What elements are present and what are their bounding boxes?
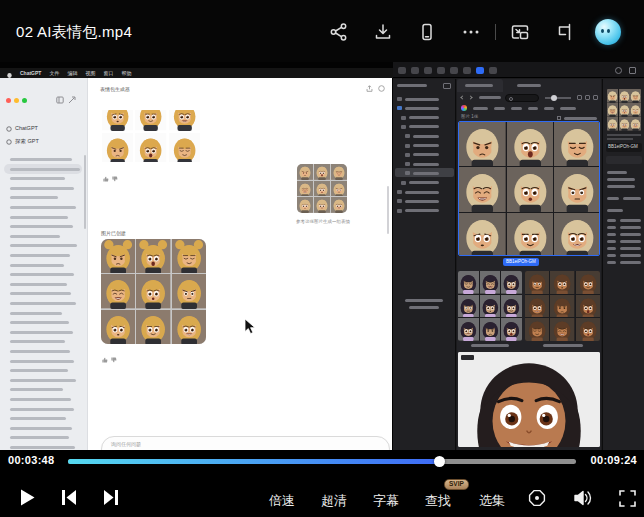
folder-icon xyxy=(397,106,402,110)
chat-scrollbar xyxy=(387,186,389,234)
face-cell xyxy=(507,167,554,211)
folder-icon xyxy=(405,144,410,148)
menu-item: 视图 xyxy=(85,71,95,76)
face-cell xyxy=(459,122,506,166)
assistant-image-result xyxy=(101,239,206,344)
face-cell xyxy=(458,295,479,318)
thumbnail-caption xyxy=(471,344,509,347)
fullscreen-button[interactable] xyxy=(619,490,636,507)
inspector-row-value xyxy=(620,254,641,257)
tree-footer-line xyxy=(409,306,439,309)
chat-history-item xyxy=(10,264,64,267)
assistant-image-result-cells xyxy=(101,239,206,344)
face-cell xyxy=(554,122,600,166)
face-cell xyxy=(102,110,133,131)
toolbar-active-tool xyxy=(476,67,484,74)
inspector-line xyxy=(607,138,633,140)
progress-thumb[interactable] xyxy=(434,456,445,467)
inspector-file-name[interactable]: BB1eiPOh-GM xyxy=(606,143,642,152)
face-cell xyxy=(607,103,618,117)
color-filter-icon[interactable] xyxy=(461,105,467,111)
filter-label[interactable] xyxy=(528,107,538,110)
browser-tab-inactive[interactable] xyxy=(517,84,541,87)
macos-menu-bar: ChatGPT文件编辑视图窗口帮助 xyxy=(0,68,393,78)
next-button[interactable] xyxy=(103,490,119,505)
face-cell xyxy=(507,122,554,166)
asset-tree-panel xyxy=(393,79,456,450)
traffic-light-minimize xyxy=(14,98,19,103)
share-icon[interactable] xyxy=(317,18,361,46)
chat-history-item xyxy=(10,427,72,430)
toolbar-tool-icon xyxy=(489,67,497,74)
forward-icon xyxy=(468,95,472,99)
filter-label[interactable] xyxy=(473,107,488,110)
view-toggle-icon xyxy=(593,95,598,100)
folder-filter-checkbox[interactable] xyxy=(557,116,561,120)
speed-button[interactable]: 倍速 xyxy=(258,492,306,510)
zoom-slider-handle[interactable] xyxy=(551,95,557,101)
selected-image-card-cells xyxy=(459,122,600,256)
chat-history-item xyxy=(10,177,65,180)
video-content[interactable]: ChatGPT文件编辑视图窗口帮助 ChatGPT探索 GPT 表情包生成器 图… xyxy=(0,62,644,450)
face-cell xyxy=(630,117,641,131)
sidebar-item: 探索 GPT xyxy=(6,139,39,145)
svip-badge: SVIP xyxy=(444,479,469,490)
toolbar-tool-icon xyxy=(411,67,419,74)
selected-image-card xyxy=(458,121,600,256)
face-cell xyxy=(525,318,549,341)
prev-button[interactable] xyxy=(61,490,77,505)
asset-tree-row xyxy=(405,191,439,194)
zoom-slider[interactable] xyxy=(545,97,571,99)
menu-item: 帮助 xyxy=(121,71,131,76)
play-button[interactable] xyxy=(19,488,36,507)
folder-icon xyxy=(405,134,410,138)
face-cell xyxy=(297,164,313,180)
volume-button[interactable] xyxy=(573,489,593,507)
folder-icon xyxy=(397,199,402,203)
subtitle-button[interactable]: 字幕 xyxy=(362,492,410,510)
toolbar-tool-icon xyxy=(450,67,458,74)
face-cell xyxy=(576,271,600,294)
filter-label[interactable] xyxy=(560,107,576,110)
face-cell xyxy=(554,167,600,211)
inspector-row-label xyxy=(607,254,616,257)
pip-icon[interactable] xyxy=(498,18,542,46)
chat-history-item xyxy=(10,254,70,257)
face-cell xyxy=(101,239,135,273)
view-toggle-icon xyxy=(577,95,582,100)
inspector-note-field[interactable] xyxy=(606,156,642,164)
folder-icon xyxy=(401,116,406,120)
path-label xyxy=(479,96,501,99)
folder-icon xyxy=(401,181,406,185)
phone-icon[interactable] xyxy=(405,18,449,46)
face-cell xyxy=(331,181,347,197)
search-input[interactable] xyxy=(505,94,539,102)
cast-icon[interactable] xyxy=(542,18,586,46)
face-cell xyxy=(101,274,135,308)
filter-label[interactable] xyxy=(544,107,554,110)
chat-history-item xyxy=(10,302,76,305)
thumbnail-brown xyxy=(525,271,600,341)
toolbar-tool-icon xyxy=(424,67,432,74)
thumbs-down-icon xyxy=(111,349,117,367)
chat-history-item xyxy=(10,283,67,286)
new-chat-icon xyxy=(68,96,76,104)
asset-toolbar xyxy=(393,62,644,78)
chat-history-item xyxy=(10,244,77,247)
download-icon[interactable] xyxy=(361,18,405,46)
find-button[interactable]: 查找 xyxy=(414,492,462,510)
episodes-button[interactable]: 选集 xyxy=(468,492,516,510)
more-icon[interactable] xyxy=(449,18,493,46)
progress-bar[interactable] xyxy=(68,459,576,464)
quality-button[interactable]: 超清 xyxy=(310,492,358,510)
face-cell xyxy=(172,274,206,308)
chat-history-item xyxy=(10,216,68,219)
assistant-bubble[interactable] xyxy=(586,18,630,46)
filter-label[interactable] xyxy=(494,107,505,110)
chat-history-item xyxy=(10,340,65,343)
chat-history-item xyxy=(10,446,75,449)
settings-button[interactable] xyxy=(528,489,546,507)
library-count-label: 图片 1张 xyxy=(461,115,478,120)
chat-history-item xyxy=(10,158,72,161)
filter-label[interactable] xyxy=(511,107,522,110)
